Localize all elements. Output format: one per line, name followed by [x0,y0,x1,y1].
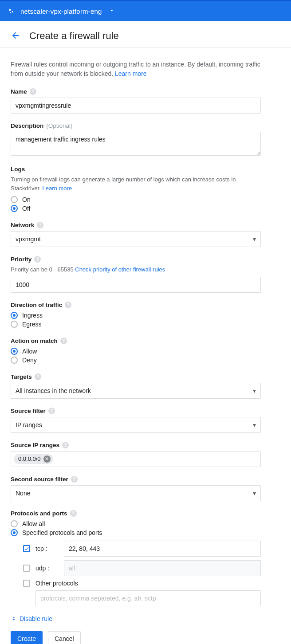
protocols-specified-label: Specified protocols and ports [22,529,102,536]
help-icon[interactable]: ? [30,88,36,95]
action-deny-label: Deny [22,357,37,364]
intro-text: Firewall rules control incoming or outgo… [11,60,261,79]
project-dropdown-icon[interactable] [109,8,114,15]
network-value: vpxmgmt [16,236,41,243]
svg-point-2 [10,12,11,13]
logs-off-label: Off [22,205,30,212]
udp-label: udp : [35,565,59,572]
create-button[interactable]: Create [11,631,43,644]
action-allow-radio[interactable] [11,348,18,355]
name-field: Name ? [11,88,261,114]
logs-label: Logs [11,166,25,173]
tcp-ports-input[interactable] [64,541,261,557]
targets-field: Targets ? All instances in the network ▾ [11,373,261,399]
second-source-field: Second source filter ? None ▾ [11,476,261,501]
direction-egress-label: Egress [22,321,42,328]
back-arrow-icon[interactable] [11,31,20,42]
action-label: Action on match [11,338,58,344]
help-icon[interactable]: ? [35,373,41,380]
help-icon[interactable]: ? [62,442,69,448]
source-filter-select[interactable]: IP ranges ▾ [11,417,261,433]
disable-rule-toggle[interactable]: Disable rule [11,615,261,622]
priority-hint-text: Priority can be 0 - 65535 [11,266,75,273]
direction-egress-radio[interactable] [11,321,18,328]
logs-learn-more-link[interactable]: Learn more [43,185,72,192]
expand-icon [11,616,17,622]
direction-label: Direction of traffic [11,302,62,308]
protocols-specified-radio[interactable] [11,529,18,536]
project-name[interactable]: netscaler-vpx-platform-eng [20,8,102,15]
protocols-specified-block: tcp : udp : Other protocols [11,541,261,606]
description-optional: (Optional) [46,122,72,129]
second-source-value: None [16,490,30,497]
other-protocols-input[interactable] [35,590,261,606]
page-title: Create a firewall rule [29,30,119,42]
other-protocols-label: Other protocols [35,580,78,587]
logs-on-label: On [22,196,31,203]
help-icon[interactable]: ? [48,408,55,414]
tcp-checkbox[interactable] [23,545,30,552]
action-field: Action on match ? Allow Deny [11,338,261,365]
gcp-logo-icon [7,7,16,16]
form-content: Firewall rules control incoming or outgo… [0,47,271,644]
logs-off-radio[interactable] [11,205,18,212]
logs-hint: Turning on firewall logs can generate a … [11,175,261,192]
direction-ingress-radio[interactable] [11,312,18,319]
action-deny-radio[interactable] [11,357,18,364]
help-icon[interactable]: ? [70,510,77,517]
help-icon[interactable]: ? [34,256,41,263]
udp-checkbox[interactable] [23,565,30,572]
chip-remove-icon[interactable]: ✕ [43,456,51,463]
help-icon[interactable]: ? [60,338,67,344]
intro-learn-more-link[interactable]: Learn more [115,70,147,77]
description-input[interactable]: management traffic ingress rules [11,132,261,156]
protocols-field: Protocols and ports ? Allow all Specifie… [11,510,261,606]
ip-range-chip-text: 0.0.0.0/0 [18,456,41,462]
protocols-allow-all-radio[interactable] [11,520,18,527]
caret-down-icon: ▾ [253,421,256,428]
caret-down-icon: ▾ [253,490,256,497]
targets-label: Targets [11,373,32,380]
logs-on-radio[interactable] [11,196,18,203]
priority-input[interactable] [11,277,261,293]
targets-value: All instances in the network [16,387,91,394]
caret-down-icon: ▾ [253,387,256,394]
help-icon[interactable]: ? [71,476,78,483]
page-header: Create a firewall rule [0,21,291,47]
source-ip-field: Source IP ranges ? 0.0.0.0/0 ✕ [11,442,261,467]
source-ip-input[interactable]: 0.0.0.0/0 ✕ [11,451,261,467]
source-filter-value: IP ranges [16,421,42,428]
other-protocols-checkbox[interactable] [23,580,30,587]
second-source-label: Second source filter [11,476,68,483]
targets-select[interactable]: All instances in the network ▾ [11,383,261,399]
source-filter-label: Source filter [11,408,46,414]
svg-point-0 [9,9,11,11]
disable-rule-label: Disable rule [20,615,52,622]
name-label: Name [11,88,27,95]
direction-field: Direction of traffic ? Ingress Egress [11,302,261,329]
logs-field: Logs Turning on firewall logs can genera… [11,166,261,213]
second-source-select[interactable]: None ▾ [11,485,261,501]
udp-ports-input[interactable] [64,560,261,576]
protocols-allow-all-label: Allow all [22,520,45,527]
name-input[interactable] [11,98,261,114]
description-label: Description [11,122,43,129]
help-icon[interactable]: ? [65,302,71,308]
form-buttons: Create Cancel [11,631,261,644]
description-field: Description (Optional) management traffi… [11,122,261,157]
priority-label: Priority [11,256,31,263]
priority-field: Priority ? Priority can be 0 - 65535 Che… [11,256,261,293]
action-allow-label: Allow [22,348,37,355]
caret-down-icon: ▾ [253,236,256,243]
network-label: Network [11,222,34,228]
priority-check-link[interactable]: Check priority of other firewall rules [75,266,165,273]
priority-hint: Priority can be 0 - 65535 Check priority… [11,265,261,274]
tcp-label: tcp : [35,545,59,552]
source-filter-field: Source filter ? IP ranges ▾ [11,408,261,433]
project-topbar: netscaler-vpx-platform-eng [0,0,291,21]
cancel-button[interactable]: Cancel [48,631,81,644]
help-icon[interactable]: ? [37,222,43,228]
network-select[interactable]: vpxmgmt ▾ [11,231,261,247]
protocols-label: Protocols and ports [11,510,67,517]
direction-ingress-label: Ingress [22,312,43,319]
